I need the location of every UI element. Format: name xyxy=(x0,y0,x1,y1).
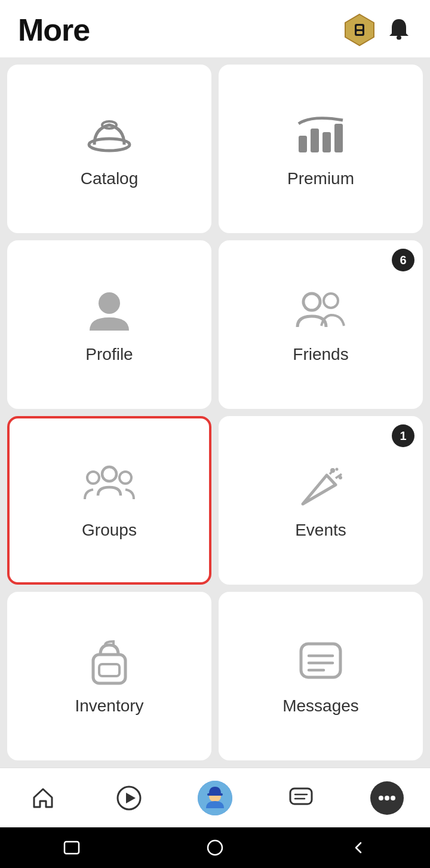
svg-point-37 xyxy=(379,796,383,800)
sys-back[interactable] xyxy=(348,837,369,858)
svg-rect-40 xyxy=(64,842,79,854)
groups-card[interactable]: Groups xyxy=(7,416,211,585)
premium-card[interactable]: Premium xyxy=(219,65,423,233)
nav-chat[interactable] xyxy=(283,780,319,816)
bell-icon[interactable] xyxy=(386,17,412,43)
avatar-image xyxy=(198,781,232,815)
system-nav xyxy=(0,827,430,868)
svg-point-11 xyxy=(99,292,120,314)
friends-label: Friends xyxy=(293,345,348,364)
inventory-icon xyxy=(82,639,136,687)
svg-point-16 xyxy=(119,472,131,484)
svg-point-38 xyxy=(385,796,389,800)
catalog-icon xyxy=(82,112,136,160)
inventory-label: Inventory xyxy=(75,696,143,716)
events-icon xyxy=(294,463,348,511)
sys-recents[interactable] xyxy=(61,837,82,858)
messages-card[interactable]: Messages xyxy=(219,592,423,760)
svg-marker-30 xyxy=(126,793,136,803)
friends-icon xyxy=(294,288,348,335)
svg-point-19 xyxy=(336,468,339,471)
svg-point-13 xyxy=(324,294,338,308)
catalog-label: Catalog xyxy=(81,169,139,188)
svg-rect-24 xyxy=(99,664,119,676)
header: More xyxy=(0,0,430,57)
more-button[interactable] xyxy=(370,781,404,815)
svg-point-41 xyxy=(208,841,222,855)
messages-label: Messages xyxy=(282,696,359,716)
friends-card[interactable]: 6 Friends xyxy=(219,240,423,409)
catalog-card[interactable]: Catalog xyxy=(7,65,211,233)
messages-icon xyxy=(294,639,348,687)
svg-point-39 xyxy=(391,796,395,800)
svg-rect-2 xyxy=(357,26,363,29)
bottom-nav xyxy=(0,768,430,827)
sys-home[interactable] xyxy=(204,837,226,858)
nav-home[interactable] xyxy=(25,780,61,816)
svg-rect-9 xyxy=(322,132,331,152)
premium-icon xyxy=(294,112,348,160)
groups-icon xyxy=(82,463,136,511)
profile-card[interactable]: Profile xyxy=(7,240,211,409)
friends-badge: 6 xyxy=(392,249,414,271)
robux-icon[interactable] xyxy=(343,13,376,47)
svg-rect-10 xyxy=(334,124,343,152)
nav-play[interactable] xyxy=(111,780,147,816)
nav-more[interactable] xyxy=(369,780,405,816)
page-title: More xyxy=(18,12,90,48)
svg-rect-3 xyxy=(357,31,363,34)
svg-rect-25 xyxy=(301,644,340,677)
svg-rect-34 xyxy=(290,788,312,804)
profile-icon xyxy=(82,288,136,335)
events-badge: 1 xyxy=(392,424,414,447)
events-card[interactable]: 1 Events xyxy=(219,416,423,585)
nav-avatar[interactable] xyxy=(197,780,233,816)
svg-point-15 xyxy=(87,472,99,484)
svg-point-14 xyxy=(102,467,116,481)
premium-label: Premium xyxy=(287,169,354,188)
svg-point-4 xyxy=(397,36,401,40)
svg-rect-33 xyxy=(207,793,223,796)
header-icons xyxy=(343,13,412,47)
inventory-card[interactable]: Inventory xyxy=(7,592,211,760)
profile-label: Profile xyxy=(85,345,133,364)
events-label: Events xyxy=(295,521,346,540)
grid-container: Catalog Premium Profile 6 xyxy=(0,57,430,768)
svg-rect-7 xyxy=(299,136,307,152)
groups-label: Groups xyxy=(82,521,137,540)
svg-rect-8 xyxy=(311,129,319,152)
svg-point-12 xyxy=(303,294,320,310)
